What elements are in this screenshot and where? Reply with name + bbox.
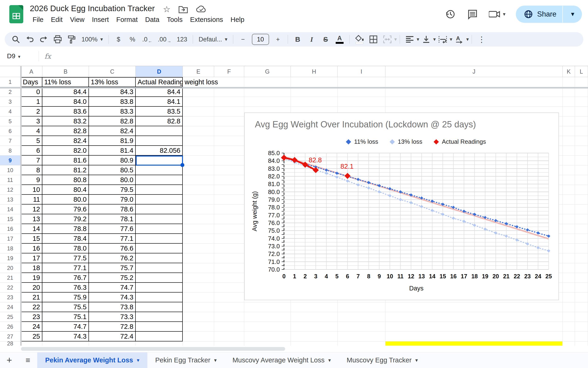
row-header-21[interactable]: 21 xyxy=(0,273,20,283)
col-header-G[interactable]: G xyxy=(244,66,291,77)
cell-B21[interactable]: 76.7 xyxy=(42,273,89,283)
cell-C18[interactable]: 76.6 xyxy=(89,244,136,253)
cell-H28[interactable] xyxy=(291,341,338,346)
cell-B9[interactable]: 81.6 xyxy=(42,156,89,165)
cell-B10[interactable]: 81.2 xyxy=(42,165,89,175)
cell-F18[interactable] xyxy=(214,244,244,253)
cell-F9[interactable] xyxy=(214,156,244,165)
cell-D1[interactable]: Actual Readings xyxy=(136,77,183,87)
cell-L3[interactable] xyxy=(575,97,588,107)
share-button[interactable]: Share ▼ xyxy=(516,6,582,23)
cell-L6[interactable] xyxy=(575,126,588,136)
cell-K26[interactable] xyxy=(563,322,575,332)
cell-B27[interactable]: 74.3 xyxy=(42,332,89,341)
embedded-chart[interactable]: Avg Egg Weight Over Incubation (Lockdown… xyxy=(244,112,559,300)
col-header-L[interactable]: L xyxy=(575,66,588,77)
cell-F22[interactable] xyxy=(214,283,244,293)
cell-H3[interactable] xyxy=(291,97,338,107)
cell-A24[interactable]: 22 xyxy=(20,302,42,312)
cell-F13[interactable] xyxy=(214,195,244,204)
cell-E9[interactable] xyxy=(183,156,214,165)
cell-A11[interactable]: 9 xyxy=(20,175,42,185)
cell-F17[interactable] xyxy=(214,234,244,244)
cell-J1[interactable] xyxy=(385,77,563,87)
cell-B1[interactable]: 11% loss xyxy=(42,77,89,87)
cell-K10[interactable] xyxy=(563,165,575,175)
cell-L27[interactable] xyxy=(575,332,588,341)
cell-B7[interactable]: 82.4 xyxy=(42,136,89,146)
cell-B13[interactable]: 80.0 xyxy=(42,195,89,204)
cell-G25[interactable] xyxy=(244,312,291,322)
cell-I3[interactable] xyxy=(338,97,385,107)
cell-C16[interactable]: 77.6 xyxy=(89,224,136,234)
col-header-D[interactable]: D xyxy=(136,66,183,77)
cell-B23[interactable]: 75.9 xyxy=(42,293,89,302)
cell-C17[interactable]: 77.1 xyxy=(89,234,136,244)
menu-data[interactable]: Data xyxy=(141,14,163,25)
strikethrough-button[interactable]: S xyxy=(319,33,332,46)
decrease-decimal-button[interactable]: .0← xyxy=(140,33,155,46)
row-header-28[interactable]: 28 xyxy=(0,341,20,346)
cell-J28[interactable] xyxy=(385,341,563,346)
cell-E6[interactable] xyxy=(183,126,214,136)
cell-A7[interactable]: 5 xyxy=(20,136,42,146)
sheets-logo[interactable] xyxy=(9,5,23,23)
zoom-select[interactable]: 100% ▾ xyxy=(79,33,105,46)
cell-G28[interactable] xyxy=(244,341,291,346)
cell-A13[interactable]: 11 xyxy=(20,195,42,204)
cell-F15[interactable] xyxy=(214,214,244,224)
col-header-K[interactable]: K xyxy=(563,66,575,77)
cell-G2[interactable] xyxy=(244,87,291,97)
cell-F25[interactable] xyxy=(214,312,244,322)
cell-G3[interactable] xyxy=(244,97,291,107)
cell-L26[interactable] xyxy=(575,322,588,332)
valign-dropdown-icon[interactable]: ▾ xyxy=(433,36,436,42)
cell-K22[interactable] xyxy=(563,283,575,293)
meet-button[interactable]: ▾ xyxy=(489,9,505,19)
cell-B24[interactable]: 75.5 xyxy=(42,302,89,312)
cell-J2[interactable] xyxy=(385,87,563,97)
cell-C12[interactable]: 79.5 xyxy=(89,185,136,195)
text-color-button[interactable]: A xyxy=(333,33,346,46)
cell-E10[interactable] xyxy=(183,165,214,175)
cell-C6[interactable]: 82.4 xyxy=(89,126,136,136)
row-header-17[interactable]: 17 xyxy=(0,234,20,244)
cell-E5[interactable] xyxy=(183,116,214,126)
cell-I24[interactable] xyxy=(338,302,385,312)
fill-color-button[interactable] xyxy=(353,33,366,46)
cell-D28[interactable] xyxy=(136,341,183,346)
cell-I28[interactable] xyxy=(338,341,385,346)
row-header-23[interactable]: 23 xyxy=(0,293,20,302)
cell-D6[interactable] xyxy=(136,126,183,136)
cell-E1[interactable]: weight loss xyxy=(183,77,214,87)
cell-C9[interactable]: 80.9 xyxy=(89,156,136,165)
cell-B8[interactable]: 82.0 xyxy=(42,146,89,156)
borders-button[interactable] xyxy=(367,33,380,46)
cell-E26[interactable] xyxy=(183,322,214,332)
more-formats-button[interactable]: 123 xyxy=(174,33,189,46)
col-header-C[interactable]: C xyxy=(89,66,136,77)
row-header-8[interactable]: 8 xyxy=(0,146,20,156)
row-header-20[interactable]: 20 xyxy=(0,263,20,273)
cell-B11[interactable]: 80.8 xyxy=(42,175,89,185)
cell-D23[interactable] xyxy=(136,293,183,302)
cell-C25[interactable]: 73.3 xyxy=(89,312,136,322)
rotation-dropdown-icon[interactable]: ▾ xyxy=(466,36,469,42)
menu-view[interactable]: View xyxy=(66,14,88,25)
sheet-tab-dropdown-icon[interactable]: ▾ xyxy=(137,357,139,363)
star-icon[interactable]: ☆ xyxy=(163,5,170,14)
cell-D19[interactable] xyxy=(136,253,183,263)
cell-K25[interactable] xyxy=(563,312,575,322)
sheet-tab-dropdown-icon[interactable]: ▾ xyxy=(328,357,331,363)
menu-help[interactable]: Help xyxy=(227,14,248,25)
cell-A18[interactable]: 16 xyxy=(20,244,42,253)
cell-C21[interactable]: 75.2 xyxy=(89,273,136,283)
text-wrap-button[interactable] xyxy=(436,33,449,46)
cell-D8[interactable]: 82.056 xyxy=(136,146,183,156)
cell-K5[interactable] xyxy=(563,116,575,126)
cell-F28[interactable] xyxy=(214,341,244,346)
format-currency-button[interactable]: $ xyxy=(112,33,125,46)
cell-A2[interactable]: 0 xyxy=(20,87,42,97)
cell-A1[interactable]: Days xyxy=(20,77,42,87)
cell-K19[interactable] xyxy=(563,253,575,263)
